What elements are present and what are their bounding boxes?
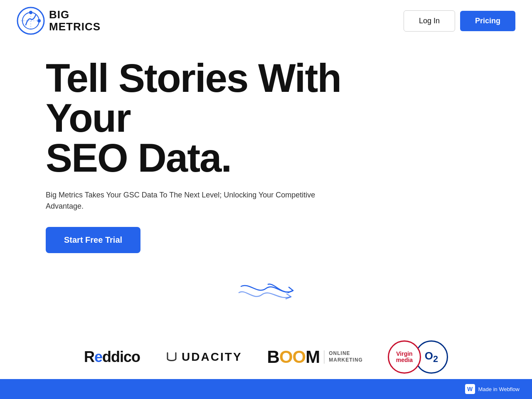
webflow-label: Made in Webflow xyxy=(478,386,520,392)
hero-title: Tell Stories With Your SEO Data. xyxy=(46,58,357,178)
hero-subtitle: Big Metrics Takes Your GSC Data To The N… xyxy=(46,190,320,212)
hero-section: Tell Stories With Your SEO Data. Big Met… xyxy=(0,42,374,261)
arrow-decoration xyxy=(0,278,532,307)
logo-text: BIG METRICS xyxy=(49,9,101,32)
decorative-arrow-icon xyxy=(237,278,295,307)
nav-buttons: Log In Pricing xyxy=(404,10,515,32)
start-free-trial-button[interactable]: Start Free Trial xyxy=(46,227,140,253)
virgin-o2-logo: Virginmedia O2 xyxy=(388,340,448,374)
pricing-button[interactable]: Pricing xyxy=(460,11,515,31)
logos-row-1: Reddico UDACITY BOOM ONLINE MARKETING Vi… xyxy=(33,340,499,374)
footer: W Made in Webflow xyxy=(0,379,532,399)
webflow-icon: W xyxy=(465,384,475,394)
login-button[interactable]: Log In xyxy=(404,10,455,32)
udacity-logo: UDACITY xyxy=(165,350,242,364)
logo-icon xyxy=(17,7,45,35)
logo[interactable]: BIG METRICS xyxy=(17,7,101,35)
webflow-badge[interactable]: W Made in Webflow xyxy=(465,384,520,394)
reddico-logo: Reddico xyxy=(84,348,140,366)
udacity-u-icon xyxy=(165,350,178,364)
boom-logo: BOOM ONLINE MARKETING xyxy=(267,347,363,367)
